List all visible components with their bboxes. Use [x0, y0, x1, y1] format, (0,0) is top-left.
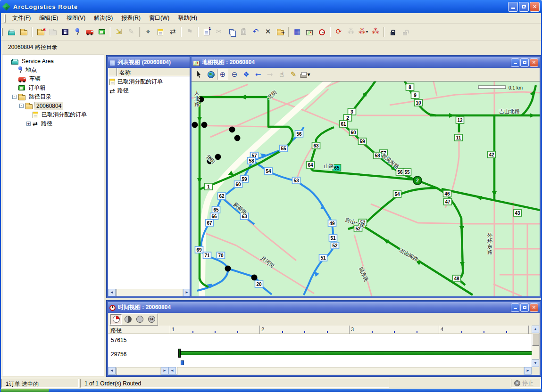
map-view-button[interactable]: [303, 26, 316, 38]
tree-item-订单箱[interactable]: 订单箱: [2, 83, 104, 92]
tree-expander[interactable]: -: [19, 104, 24, 108]
zoom-in-button[interactable]: ⊕: [217, 69, 228, 80]
tree-item-地点[interactable]: 地点: [2, 65, 104, 74]
map-canvas[interactable]: 5655575854535960626566676369717020495152…: [192, 81, 540, 296]
map[interactable]: 5655575854535960626566676369717020495152…: [192, 82, 540, 296]
tree-item-车辆[interactable]: 车辆: [2, 74, 104, 83]
scale-24-hour-button[interactable]: 24: [146, 314, 157, 325]
zoom-out-button[interactable]: ⊖: [229, 69, 240, 80]
unassigned-stop-dot[interactable]: [234, 135, 241, 141]
map-maximize-button[interactable]: [520, 58, 529, 67]
scale-half-hour-button[interactable]: [122, 314, 133, 325]
orders-list-button[interactable]: [154, 26, 167, 38]
unassigned-stop-dot[interactable]: [229, 127, 235, 133]
menu-window[interactable]: 窗口(W): [145, 13, 174, 24]
time-scroll-right[interactable]: ►: [524, 367, 532, 375]
find-button[interactable]: ⌖: [142, 26, 154, 38]
unassigned-stop-dot[interactable]: [192, 122, 198, 128]
routes-button[interactable]: ⇄: [167, 26, 179, 38]
map-stop-number: 62: [219, 194, 225, 199]
route-name[interactable]: 29756: [111, 351, 126, 358]
timeline-vscrollbar[interactable]: ▲ ▼: [532, 326, 540, 367]
tree-item-路径[interactable]: +⇄路径: [2, 119, 104, 128]
pan-hand-button[interactable]: ☝: [276, 69, 287, 80]
time-close-button[interactable]: ✕: [530, 303, 538, 312]
back-extent-button[interactable]: ←: [252, 69, 264, 80]
list-header-name[interactable]: 名称: [117, 68, 191, 76]
menu-help[interactable]: 帮助(H): [174, 13, 201, 24]
tree-item-20060804[interactable]: -20060804: [2, 101, 104, 110]
zoom-selected-button[interactable]: ❖: [241, 69, 252, 80]
save-button[interactable]: [59, 26, 71, 38]
list-view-button[interactable]: ▦: [291, 26, 303, 38]
open-button[interactable]: [17, 26, 30, 38]
scale-hour-button[interactable]: [134, 314, 145, 325]
menu-file[interactable]: 文件(F): [8, 13, 35, 24]
new-service-area-button[interactable]: [5, 26, 17, 38]
list-item-已取消分配的订单[interactable]: 已取消分配的订单: [108, 77, 190, 86]
select-pointer-button[interactable]: [193, 69, 205, 80]
route-bar[interactable]: [180, 351, 533, 355]
print-map-dropdown[interactable]: ▾: [307, 71, 310, 78]
draw-pencil-button[interactable]: ✎: [288, 69, 299, 80]
names-scroll-left[interactable]: ◄: [108, 367, 116, 375]
new-folder-button[interactable]: [34, 26, 47, 38]
menu-view[interactable]: 视图(V): [62, 13, 90, 24]
list-hscrollbar[interactable]: ◄ ►: [108, 289, 191, 296]
new-service-area-icon: [8, 31, 15, 35]
route-name[interactable]: 57615: [111, 337, 126, 343]
build-routes-button[interactable]: ⟳: [333, 26, 345, 38]
minor-tick: [327, 331, 328, 333]
copy-button[interactable]: [225, 26, 237, 38]
unassigned-stop-dot[interactable]: [251, 275, 258, 281]
hour-label: 1: [172, 327, 175, 332]
unassigned-stop-dot[interactable]: [225, 266, 231, 272]
tree-item-已取消分配的订单[interactable]: 已取消分配的订单: [2, 110, 104, 119]
tree-expander[interactable]: -: [12, 95, 17, 99]
reassign-stops-dropdown[interactable]: ▾: [366, 30, 368, 34]
scale-quarter-hour-button[interactable]: [110, 314, 122, 325]
map-view-titlebar[interactable]: 地图视图 : 20060804 ✕: [192, 57, 540, 68]
close-button[interactable]: ✕: [530, 2, 540, 12]
list-header-blank[interactable]: [108, 68, 117, 76]
minimize-button[interactable]: [508, 2, 518, 12]
menu-edit[interactable]: 编辑(E): [35, 13, 62, 24]
time-scroll-left[interactable]: ◄: [168, 367, 176, 375]
tree-expander[interactable]: +: [26, 122, 31, 126]
list-item-label: 路径: [117, 87, 129, 95]
selected-order-tick[interactable]: [181, 360, 184, 365]
map-minimize-button[interactable]: [511, 58, 519, 67]
time-minimize-button[interactable]: [511, 303, 519, 312]
move-to-folder-button[interactable]: [274, 26, 286, 38]
tree-item-路径目录[interactable]: -路径目录: [2, 92, 104, 101]
vehicles-button[interactable]: [83, 26, 96, 38]
scroll-right-arrow[interactable]: ►: [183, 289, 191, 296]
scroll-down-arrow[interactable]: ▼: [532, 359, 539, 367]
names-scroll-right[interactable]: ►: [161, 367, 168, 375]
undo-button[interactable]: ↶: [250, 26, 262, 38]
tree-item-Service Area[interactable]: Service Area: [2, 57, 104, 65]
globe-full-extent-button[interactable]: [205, 69, 217, 80]
unassign-stops-button[interactable]: ⁂: [369, 26, 382, 38]
time-view-button[interactable]: [316, 26, 328, 38]
reassign-stops-button[interactable]: ⁂▾: [357, 26, 369, 38]
unassigned-stop-dot[interactable]: [201, 122, 208, 128]
print-map-button[interactable]: ▾: [300, 69, 311, 80]
scroll-left-arrow[interactable]: ◄: [108, 289, 116, 296]
list-item-路径[interactable]: ⇄路径: [108, 86, 190, 95]
time-maximize-button[interactable]: [520, 303, 529, 312]
restore-button[interactable]: [519, 2, 529, 12]
orders-box-button[interactable]: [96, 26, 108, 38]
map-stop-number: 8: [409, 85, 411, 90]
locations-button[interactable]: [71, 26, 83, 38]
menu-solve[interactable]: 解决(S): [90, 13, 117, 24]
delete-button[interactable]: ✕: [262, 26, 274, 38]
time-view-titlebar[interactable]: 时间视图 : 20060804 ✕: [108, 302, 540, 313]
lock-button[interactable]: [386, 26, 399, 38]
menu-report[interactable]: 报表(R): [117, 13, 145, 24]
list-view-titlebar[interactable]: ▦ 列表视图 (20060804): [108, 57, 191, 68]
scroll-up-arrow[interactable]: ▲: [532, 326, 539, 333]
properties-button[interactable]: [200, 26, 213, 38]
assign-orders-button[interactable]: ⇲: [113, 26, 125, 38]
map-close-button[interactable]: ✕: [530, 58, 538, 67]
